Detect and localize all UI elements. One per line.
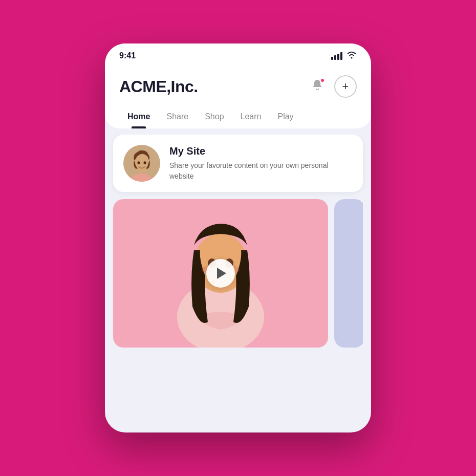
header-actions: + (307, 75, 357, 98)
notification-button[interactable] (307, 76, 328, 97)
app-title: ACME,Inc. (119, 77, 198, 96)
avatar-image (123, 145, 160, 182)
nav-tabs: Home Share Shop Learn Play (119, 107, 357, 128)
wifi-icon (347, 51, 357, 61)
header-card: ACME,Inc. + Home (105, 66, 371, 128)
my-site-info: My Site Share your favorute content on y… (169, 145, 353, 181)
video-section (113, 199, 363, 348)
add-button[interactable]: + (334, 75, 357, 98)
play-button[interactable] (206, 259, 235, 288)
tab-play[interactable]: Play (269, 107, 301, 128)
tab-share[interactable]: Share (158, 107, 197, 128)
status-icons (331, 51, 357, 61)
svg-point-5 (144, 161, 146, 164)
my-site-description: Share your favorute content on your own … (169, 160, 353, 181)
status-bar: 9:41 (105, 44, 371, 66)
app-header: ACME,Inc. + (119, 71, 357, 107)
play-icon (217, 268, 226, 279)
svg-point-4 (138, 161, 140, 164)
video-card[interactable] (113, 199, 328, 348)
notification-dot (320, 78, 325, 83)
phone-frame: 9:41 ACME,Inc. (105, 44, 371, 432)
status-time: 9:41 (119, 51, 136, 60)
my-site-title: My Site (169, 145, 353, 157)
avatar (123, 145, 160, 182)
tab-home[interactable]: Home (119, 107, 158, 128)
signal-icon (331, 52, 342, 60)
plus-icon: + (342, 80, 349, 93)
tab-shop[interactable]: Shop (197, 107, 232, 128)
tab-learn[interactable]: Learn (232, 107, 270, 128)
my-site-card[interactable]: My Site Share your favorute content on y… (113, 135, 363, 192)
side-card (334, 199, 363, 348)
content-area: My Site Share your favorute content on y… (105, 135, 371, 432)
